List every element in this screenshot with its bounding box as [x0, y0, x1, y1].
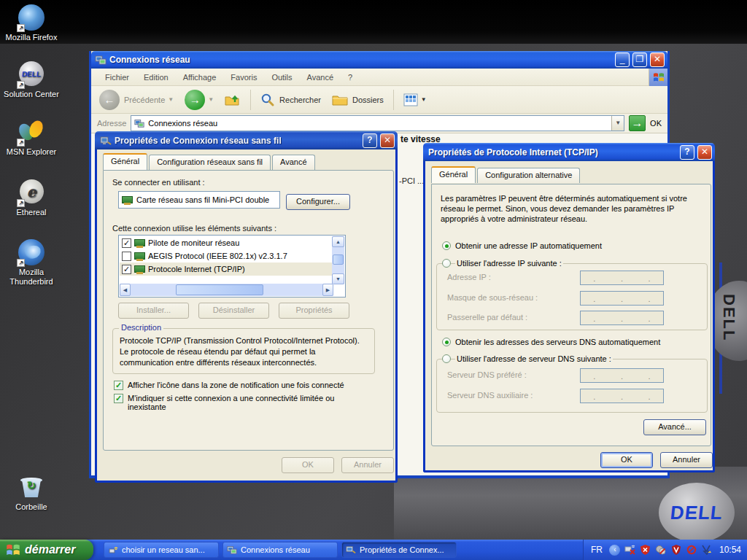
security-alert-tray-icon[interactable]: [640, 544, 651, 556]
radio-obtain-ip-auto[interactable]: Obtenir une adresse IP automatiquement: [442, 241, 602, 250]
scroll-left-button[interactable]: ◀: [120, 284, 131, 296]
menu-item-avance[interactable]: Avancé: [300, 70, 341, 85]
tab-alternate-config[interactable]: Configuration alternative: [477, 168, 580, 183]
window-titlebar[interactable]: Connexions réseau _ ❐ ✕: [91, 51, 667, 69]
close-button[interactable]: ✕: [697, 145, 712, 160]
task-button-network-connections[interactable]: Connexions réseau: [222, 542, 338, 558]
minimize-button[interactable]: _: [615, 52, 630, 67]
tab-general[interactable]: Général: [103, 153, 147, 170]
list-item[interactable]: AEGIS Protocol (IEEE 802.1x) v2.3.1.7: [120, 249, 332, 262]
alternate-dns-field[interactable]: ...: [580, 389, 664, 403]
start-label: démarrer: [25, 543, 75, 556]
checkbox-checked-icon[interactable]: ✓: [122, 238, 131, 248]
help-button[interactable]: ?: [363, 133, 377, 148]
help-button[interactable]: ?: [680, 145, 694, 160]
back-dropdown-icon[interactable]: ▼: [168, 96, 174, 103]
checkbox-checked-icon: ✓: [114, 394, 123, 403]
radio-use-ip[interactable]: Utiliser l'adresse IP suivante :: [442, 259, 563, 268]
forward-dropdown-icon[interactable]: ▼: [208, 96, 214, 103]
content-item-fragment[interactable]: -PCI ...: [399, 176, 424, 185]
close-button[interactable]: ✕: [380, 133, 395, 148]
tab-advanced[interactable]: Avancé: [272, 155, 315, 170]
recycle-bin-icon: ↻: [19, 474, 44, 499]
desktop-icon-recycle-bin[interactable]: ↻ Corbeille: [0, 474, 63, 512]
dell-sphere-logo: DELL: [659, 483, 735, 542]
firewall-tray-icon[interactable]: [686, 544, 697, 556]
show-icon-checkbox[interactable]: ✓ Afficher l'icône dans la zone de notif…: [114, 381, 384, 390]
default-gateway-field[interactable]: ...: [580, 311, 664, 325]
search-button[interactable]: Rechercher: [257, 90, 325, 109]
menu-item-outils[interactable]: Outils: [264, 70, 299, 85]
network-disconnected-tray-icon[interactable]: [624, 544, 636, 556]
preferred-dns-label: Serveur DNS préféré :: [447, 370, 527, 379]
preferred-dns-field[interactable]: ...: [580, 368, 664, 383]
task-button-connection-properties[interactable]: Propriétés de Connex...: [341, 542, 457, 558]
list-item-selected[interactable]: ✓ Protocole Internet (TCP/IP): [120, 262, 332, 276]
language-indicator[interactable]: FR: [591, 545, 603, 555]
advanced-button[interactable]: Avancé...: [643, 419, 706, 435]
views-button[interactable]: ▼: [400, 91, 430, 109]
wireless-signal-tray-icon[interactable]: [701, 544, 713, 556]
cancel-button[interactable]: Annuler: [341, 457, 394, 473]
ok-button[interactable]: OK: [600, 452, 653, 468]
components-list[interactable]: ✓ Pilote de moniteur réseau AEGIS Protoc…: [118, 235, 346, 298]
checkbox-unchecked-icon[interactable]: [122, 252, 131, 261]
task-label: Connexions réseau: [241, 545, 310, 554]
task-label: choisir un reseau san...: [122, 545, 205, 554]
menu-item-favoris[interactable]: Favoris: [223, 70, 264, 85]
adapter-field[interactable]: Carte réseau sans fil Mini-PCI double: [118, 191, 280, 209]
menu-item-affichage[interactable]: Affichage: [176, 70, 224, 85]
views-dropdown-icon[interactable]: ▼: [421, 96, 427, 103]
maximize-button[interactable]: ❐: [632, 52, 647, 67]
up-button[interactable]: [221, 90, 244, 109]
scroll-right-button[interactable]: ▶: [322, 284, 333, 296]
start-button[interactable]: démarrer: [0, 540, 93, 560]
list-item[interactable]: ✓ Pilote de moniteur réseau: [120, 236, 332, 249]
desktop-icon-msn-explorer[interactable]: ↗ MSN Explorer: [0, 119, 63, 157]
subnet-mask-field[interactable]: ...: [580, 291, 664, 306]
desktop-icon-solution-center[interactable]: DELL↗ Solution Center: [0, 61, 63, 99]
dialog-titlebar[interactable]: Propriétés de Protocole Internet (TCP/IP…: [423, 143, 715, 161]
close-button[interactable]: ✕: [650, 52, 665, 67]
magnifier-icon: [260, 93, 275, 107]
antivirus-tray-icon[interactable]: [670, 544, 682, 556]
radio-use-dns[interactable]: Utiliser l'adresse de serveur DNS suivan…: [442, 354, 613, 363]
clock[interactable]: 10:54: [719, 545, 741, 555]
uninstall-button[interactable]: Désinstaller: [198, 303, 269, 319]
limited-connectivity-checkbox[interactable]: ✓ M'indiquer si cette connexion a une co…: [114, 394, 365, 411]
desktop-icon-thunderbird[interactable]: ↗ Mozilla Thunderbird: [0, 239, 63, 287]
tab-wireless-config[interactable]: Configuration réseaux sans fil: [149, 155, 271, 170]
menu-item-edition[interactable]: Edition: [136, 70, 176, 85]
back-button[interactable]: ← Précédente ▼: [96, 88, 177, 112]
collapse-chevron-icon[interactable]: ‹: [609, 545, 620, 556]
scroll-thumb[interactable]: [333, 254, 344, 265]
radio-label: Obtenir les adresses des serveurs DNS au…: [455, 338, 660, 346]
vertical-scrollbar[interactable]: ▲ ▼: [332, 236, 344, 284]
ip-address-field[interactable]: ...: [580, 271, 664, 285]
go-button[interactable]: →: [629, 115, 646, 131]
folders-button[interactable]: Dossiers: [328, 91, 387, 109]
scroll-up-button[interactable]: ▲: [332, 236, 344, 247]
configure-button[interactable]: Configurer...: [286, 194, 350, 210]
forward-button[interactable]: → ▼: [181, 88, 217, 112]
install-button[interactable]: Installer...: [118, 303, 189, 319]
shortcut-arrow-icon: ↗: [17, 139, 25, 147]
desktop-icon-firefox[interactable]: ↗ Mozilla Firefox: [0, 4, 63, 42]
scroll-thumb[interactable]: [176, 284, 263, 295]
tab-general[interactable]: Général: [431, 166, 476, 183]
horizontal-scrollbar[interactable]: ◀ ▶: [120, 284, 333, 296]
blocked-service-tray-icon[interactable]: [655, 544, 667, 556]
cancel-button[interactable]: Annuler: [660, 452, 713, 468]
checkbox-checked-icon[interactable]: ✓: [122, 265, 131, 274]
menu-item-aide[interactable]: ?: [341, 70, 360, 85]
task-button-wireless-chooser[interactable]: choisir un reseau san...: [104, 542, 219, 558]
radio-obtain-dns-auto[interactable]: Obtenir les adresses des serveurs DNS au…: [442, 338, 660, 346]
menu-item-fichier[interactable]: Fichier: [98, 70, 136, 85]
dialog-titlebar[interactable]: Propriétés de Connexion réseau sans fil …: [95, 131, 398, 149]
address-input[interactable]: Connexions réseau ▼: [131, 115, 624, 131]
scroll-down-button[interactable]: ▼: [332, 273, 344, 284]
desktop-icon-ethereal[interactable]: e↗ Ethereal: [0, 179, 63, 217]
properties-button[interactable]: Propriétés: [279, 303, 349, 319]
address-dropdown-button[interactable]: ▼: [611, 116, 624, 131]
ok-button[interactable]: OK: [282, 457, 334, 473]
